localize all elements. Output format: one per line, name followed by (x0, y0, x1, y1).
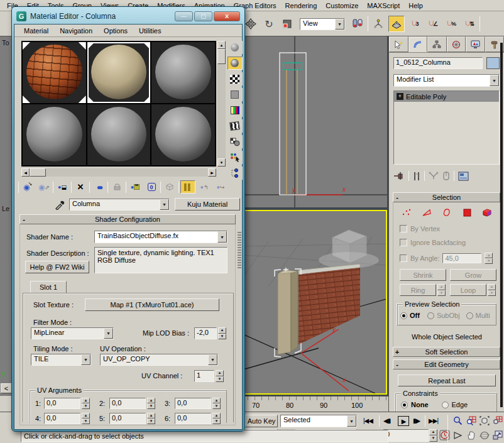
me-menu-navigation[interactable]: Navigation (54, 26, 98, 35)
modifier-stack[interactable]: + Editable Poly (393, 90, 500, 165)
timeline-ruler[interactable]: 70 80 90 100 (241, 396, 388, 412)
dropdown-arrow-icon[interactable]: ▼ (104, 328, 113, 339)
snap-3d-icon[interactable]: ∩3 (407, 16, 423, 32)
slot-texture-button[interactable]: Map #1 (TxMuroTut01.ace) (85, 298, 219, 311)
uv-arg-4-field[interactable]: 0,0 (44, 413, 80, 424)
menu-rendering[interactable]: Rendering (281, 1, 322, 10)
scroll-up-icon[interactable]: ▲ (217, 41, 226, 49)
assign-material-to-selection-icon[interactable]: ●⬓ (55, 180, 70, 194)
by-angle-field[interactable]: 45,0 (442, 253, 481, 263)
modifier-list-dropdown[interactable]: Modifier List▼ (393, 74, 500, 87)
pick-material-eyedropper-icon[interactable] (55, 199, 65, 210)
maximize-viewport-icon[interactable] (491, 429, 504, 442)
sample-slot-3[interactable] (151, 42, 215, 103)
percent-snap-icon[interactable]: ∩% (443, 16, 459, 32)
sample-slot-5[interactable] (87, 104, 151, 165)
vertex-mode-icon[interactable] (400, 207, 414, 217)
me-menu-utilities[interactable]: Utilities (133, 26, 167, 35)
edit-geometry-rollout-header[interactable]: - Edit Geometry (393, 359, 500, 369)
mip-lod-bias-spinner[interactable]: ▲▼ (218, 327, 226, 339)
go-to-start-button[interactable]: |◀◀ (363, 417, 373, 424)
get-material-icon[interactable]: ◉↘ (20, 180, 35, 194)
shader-configuration-header[interactable]: - Shader Configuration (19, 214, 236, 224)
video-color-check-icon[interactable] (227, 104, 243, 117)
selection-set-dropdown[interactable]: Selected▼ (280, 415, 357, 427)
ignore-backfacing-checkbox[interactable] (400, 239, 407, 246)
uv-channel-field[interactable]: 1 (194, 370, 214, 382)
tab-display[interactable] (466, 36, 485, 52)
slot1-tab[interactable]: Slot 1 (30, 281, 67, 293)
grow-button[interactable]: Grow (450, 269, 496, 281)
backlight-icon[interactable] (227, 57, 243, 70)
uv-arg-6-spinner[interactable]: ▲▼ (212, 413, 221, 424)
show-end-result-icon[interactable] (413, 172, 420, 181)
object-color-swatch[interactable] (486, 57, 500, 69)
play-button[interactable]: ▶ (398, 416, 409, 426)
ring-spinner[interactable]: ▲▼ (437, 284, 446, 296)
dropdown-arrow-icon[interactable]: ▼ (208, 354, 217, 365)
constraint-none-radio[interactable] (401, 402, 408, 408)
go-to-end-button[interactable]: ▶▶| (429, 417, 438, 424)
scroll-thumb[interactable] (30, 168, 46, 177)
material-map-navigator-icon[interactable] (227, 167, 243, 180)
scroll-thumb[interactable] (217, 49, 226, 64)
ring-button[interactable]: Ring (400, 284, 436, 296)
help-fw2-wiki-button[interactable]: Help @ FW2 Wiki (25, 261, 89, 273)
uv-arg-1-spinner[interactable]: ▲▼ (82, 398, 90, 409)
by-angle-spinner[interactable]: ▲▼ (485, 253, 493, 264)
material-name-dropdown[interactable]: Columna▼ (69, 199, 170, 211)
spinner-snap-icon[interactable]: ∩⇅ (461, 16, 478, 32)
dropdown-arrow-icon[interactable]: ▼ (490, 75, 499, 86)
tiling-mode-dropdown[interactable]: TILE▼ (31, 354, 91, 366)
soft-selection-rollout-header[interactable]: + Soft Selection (393, 347, 500, 357)
edge-mode-icon[interactable] (420, 207, 434, 217)
sample-uv-tiling-icon[interactable] (227, 88, 243, 101)
selection-rollout-header[interactable]: - Selection (393, 192, 500, 202)
dropdown-arrow-icon[interactable]: ▼ (347, 415, 356, 427)
element-mode-icon[interactable] (480, 207, 494, 217)
arc-rotate-icon[interactable] (478, 429, 491, 442)
shader-name-dropdown[interactable]: TrainBasicObjectDiffuse.fx▼ (94, 231, 227, 243)
time-configuration-icon[interactable] (439, 430, 450, 440)
by-angle-checkbox[interactable] (400, 254, 407, 262)
material-editor-options-icon[interactable] (227, 135, 243, 148)
make-unique-icon[interactable] (429, 172, 439, 180)
constraint-edge-radio[interactable] (442, 402, 449, 408)
uv-arg-3-spinner[interactable]: ▲▼ (212, 398, 221, 409)
angle-snap-icon[interactable]: ∩∠ (425, 16, 441, 32)
field-of-view-icon[interactable] (451, 429, 464, 442)
make-preview-icon[interactable] (227, 119, 243, 133)
show-end-result-icon[interactable]: ▌▌ (180, 180, 195, 194)
frame-spinner[interactable]: ▲▼ (429, 429, 437, 442)
uv-arg-5-spinner[interactable]: ▲▼ (147, 413, 155, 424)
pin-stack-icon[interactable] (393, 172, 405, 180)
material-id-channel-icon[interactable]: 0 (144, 180, 159, 194)
object-name-field[interactable]: 1_0512_Columna (393, 57, 483, 69)
me-menu-options[interactable]: Options (98, 26, 133, 35)
reset-map-icon[interactable]: ✕ (73, 180, 88, 194)
make-unique-icon[interactable] (109, 180, 124, 194)
loop-spinner[interactable]: ▲▼ (488, 284, 496, 296)
zoom-all-icon[interactable] (464, 414, 478, 427)
current-frame-field[interactable]: 0 (383, 429, 429, 442)
stack-expand-icon[interactable]: + (397, 93, 403, 100)
uv-arg-5-field[interactable]: 0,0 (109, 413, 146, 424)
select-and-scale-icon[interactable] (279, 16, 295, 32)
go-to-parent-icon[interactable]: ●↰ (197, 180, 212, 194)
dropdown-arrow-icon[interactable]: ▼ (335, 19, 344, 30)
material-editor-titlebar[interactable]: G Material Editor - Columna — ▢ X (14, 9, 243, 24)
polygon-mode-icon[interactable] (460, 207, 474, 217)
background-icon[interactable] (227, 72, 243, 85)
border-mode-icon[interactable] (440, 207, 454, 217)
command-panel-scrollbar[interactable] (500, 43, 503, 407)
maximize-button[interactable]: ▢ (194, 11, 212, 21)
menu-customize[interactable]: Customize (321, 1, 363, 10)
go-forward-to-sibling-icon[interactable]: ●↪ (213, 180, 228, 194)
uv-arg-6-field[interactable]: 0,0 (175, 413, 211, 424)
select-by-material-icon[interactable] (227, 151, 243, 164)
close-button[interactable]: X (214, 11, 240, 21)
repeat-last-button[interactable]: Repeat Last (398, 375, 496, 386)
tab-create[interactable] (389, 36, 408, 52)
uv-channel-spinner[interactable]: ▲▼ (216, 370, 224, 382)
uv-arg-3-field[interactable]: 0,0 (175, 398, 211, 409)
